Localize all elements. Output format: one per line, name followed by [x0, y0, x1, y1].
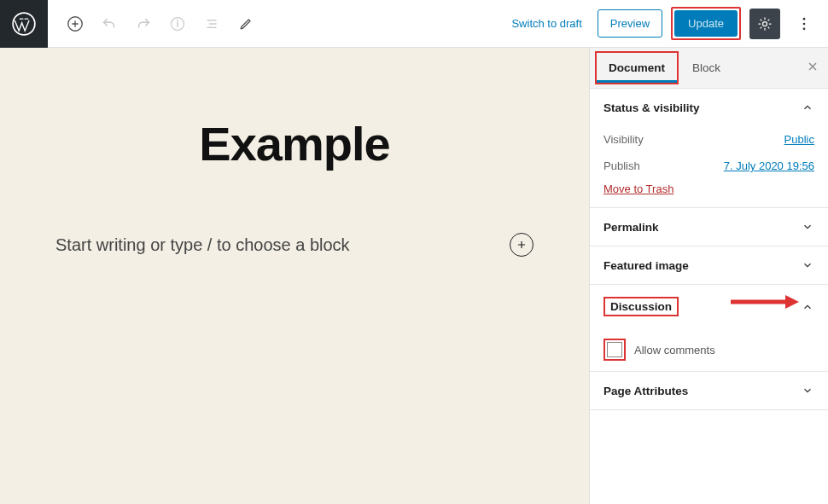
- outline-button[interactable]: [196, 9, 227, 39]
- svg-marker-8: [785, 295, 799, 309]
- svg-point-5: [803, 22, 806, 25]
- panel-title: Featured image: [604, 259, 689, 272]
- settings-button[interactable]: [749, 9, 780, 39]
- settings-sidebar: Document Block Status & visibility Visib…: [589, 48, 828, 504]
- discussion-title-highlight: Discussion: [604, 297, 679, 316]
- panel-title: Discussion: [610, 300, 672, 313]
- editor-canvas[interactable]: Example Start writing or type / to choos…: [0, 48, 589, 504]
- svg-point-3: [763, 21, 767, 26]
- allow-comments-label: Allow comments: [634, 344, 715, 356]
- chevron-up-icon: [801, 300, 814, 314]
- add-block-inline-button[interactable]: [510, 233, 534, 257]
- block-placeholder[interactable]: Start writing or type / to choose a bloc…: [55, 235, 510, 255]
- move-to-trash-link[interactable]: Move to Trash: [604, 182, 673, 195]
- edit-button[interactable]: [230, 9, 261, 39]
- undo-button[interactable]: [94, 9, 125, 39]
- svg-point-6: [803, 27, 806, 30]
- visibility-value[interactable]: Public: [784, 133, 814, 146]
- panel-page-attributes[interactable]: Page Attributes: [590, 372, 828, 409]
- panel-featured-image[interactable]: Featured image: [590, 246, 828, 284]
- chevron-down-icon: [801, 220, 814, 234]
- update-button[interactable]: Update: [674, 10, 738, 37]
- allow-comments-checkbox-highlight: [604, 339, 626, 361]
- panel-permalink[interactable]: Permalink: [590, 208, 828, 246]
- red-arrow-annotation: [731, 293, 799, 310]
- redo-button[interactable]: [128, 9, 159, 39]
- panel-status-visibility[interactable]: Status & visibility: [590, 89, 828, 126]
- wordpress-logo[interactable]: [0, 0, 48, 48]
- panel-title: Page Attributes: [604, 385, 688, 397]
- preview-button[interactable]: Preview: [598, 9, 662, 38]
- add-block-button[interactable]: [60, 9, 90, 39]
- chevron-down-icon: [801, 258, 814, 272]
- update-button-highlight: Update: [671, 7, 741, 40]
- publish-value[interactable]: 7. July 2020 19:56: [724, 159, 814, 172]
- more-options-button[interactable]: [789, 9, 819, 39]
- chevron-up-icon: [801, 101, 814, 114]
- close-sidebar-button[interactable]: [806, 60, 819, 73]
- document-tab-highlight: Document: [595, 51, 679, 84]
- switch-to-draft-link[interactable]: Switch to draft: [511, 17, 581, 30]
- tab-block[interactable]: Block: [679, 48, 734, 88]
- allow-comments-checkbox[interactable]: [607, 342, 622, 357]
- info-button[interactable]: [162, 9, 193, 39]
- tab-document[interactable]: Document: [597, 53, 677, 83]
- panel-title: Status & visibility: [604, 101, 700, 114]
- svg-point-4: [803, 17, 806, 20]
- publish-label: Publish: [604, 159, 640, 172]
- post-title[interactable]: Example: [199, 116, 389, 171]
- panel-title: Permalink: [604, 221, 659, 234]
- chevron-down-icon: [801, 384, 814, 397]
- visibility-label: Visibility: [604, 133, 644, 146]
